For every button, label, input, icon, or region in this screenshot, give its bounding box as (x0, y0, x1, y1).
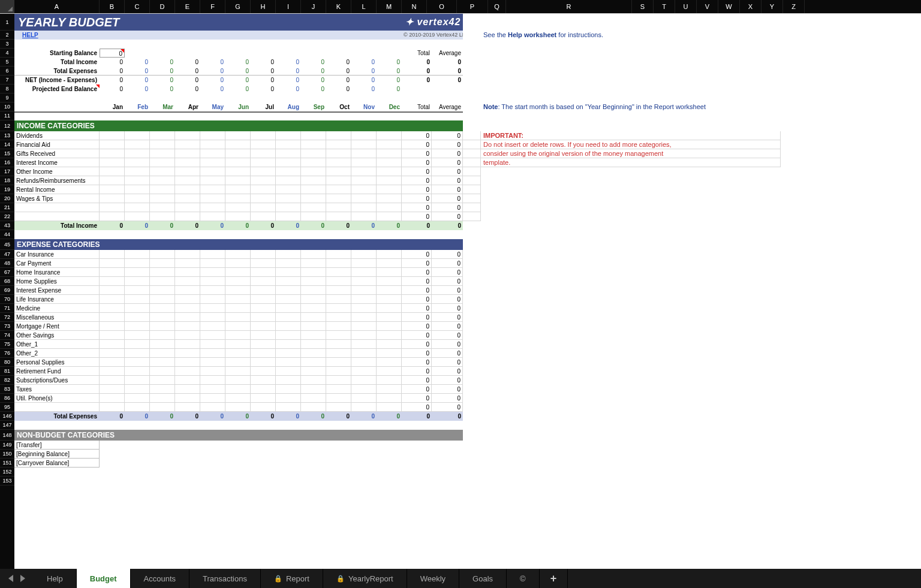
expense-item-cell[interactable] (377, 376, 402, 385)
income-item-cell[interactable] (200, 185, 225, 194)
expense-item-cell[interactable] (225, 331, 251, 340)
expense-item-cell[interactable] (377, 322, 402, 331)
row-number[interactable]: 76 (0, 349, 14, 358)
summary-value[interactable]: 0 (351, 67, 377, 76)
expense-item-cell[interactable] (225, 349, 251, 358)
summary-value[interactable]: 0 (225, 76, 251, 85)
expense-item-cell[interactable] (276, 358, 301, 367)
income-item-cell[interactable] (301, 194, 326, 203)
summary-value[interactable]: 0 (251, 58, 276, 67)
expense-item-label[interactable]: Taxes (14, 385, 100, 394)
expense-item-cell[interactable] (276, 385, 301, 394)
expense-item-cell[interactable] (100, 268, 125, 277)
expense-item-cell[interactable] (175, 250, 200, 259)
expense-item-cell[interactable] (200, 385, 225, 394)
income-item-cell[interactable] (351, 167, 377, 176)
column-header-O[interactable]: O (427, 0, 457, 13)
income-item-cell[interactable] (276, 158, 301, 167)
expense-item-cell[interactable] (351, 322, 377, 331)
expense-item-cell[interactable] (100, 394, 125, 403)
row-number[interactable]: 17 (0, 167, 14, 176)
expense-item-cell[interactable] (200, 349, 225, 358)
row-number[interactable]: 22 (0, 212, 14, 221)
row-number[interactable]: 6 (0, 67, 14, 76)
income-item-cell[interactable] (276, 212, 301, 221)
income-item-cell[interactable] (301, 140, 326, 149)
income-item-cell[interactable] (200, 158, 225, 167)
summary-value[interactable]: 0 (377, 85, 402, 94)
income-item-cell[interactable] (326, 149, 351, 158)
expense-item-cell[interactable] (200, 376, 225, 385)
row-number[interactable]: 82 (0, 376, 14, 385)
expense-item-cell[interactable] (251, 268, 276, 277)
expense-item-cell[interactable] (175, 277, 200, 286)
help-link[interactable]: HELP (16, 32, 38, 38)
select-all-corner[interactable] (0, 0, 14, 13)
summary-value[interactable]: 0 (351, 58, 377, 67)
expense-item-cell[interactable] (377, 313, 402, 322)
expense-item-cell[interactable] (150, 259, 175, 268)
income-item-cell[interactable] (175, 194, 200, 203)
summary-value[interactable]: 0 (276, 76, 301, 85)
expense-item-cell[interactable] (251, 259, 276, 268)
expense-item-cell[interactable] (326, 403, 351, 412)
summary-value[interactable]: 0 (100, 58, 125, 67)
expense-item-label[interactable]: Home Insurance (14, 268, 100, 277)
income-item-cell[interactable] (225, 176, 251, 185)
expense-item-cell[interactable] (326, 313, 351, 322)
income-item-cell[interactable] (125, 149, 150, 158)
summary-value[interactable]: 0 (175, 76, 200, 85)
expense-item-cell[interactable] (251, 250, 276, 259)
expense-item-cell[interactable] (200, 304, 225, 313)
expense-item-cell[interactable] (125, 403, 150, 412)
summary-value[interactable]: 0 (377, 76, 402, 85)
expense-item-cell[interactable] (326, 250, 351, 259)
column-header-C[interactable]: C (125, 0, 150, 13)
expense-item-cell[interactable] (301, 331, 326, 340)
expense-item-cell[interactable] (251, 403, 276, 412)
summary-value[interactable]: 0 (301, 58, 326, 67)
income-item-cell[interactable] (276, 203, 301, 212)
spreadsheet-grid[interactable]: YEARLY BUDGETvertex42HELP© 2010-2019 Ver… (14, 14, 921, 569)
expense-item-cell[interactable] (175, 259, 200, 268)
expense-item-cell[interactable] (200, 331, 225, 340)
expense-item-cell[interactable] (200, 394, 225, 403)
expense-item-cell[interactable] (225, 259, 251, 268)
expense-item-cell[interactable] (251, 277, 276, 286)
expense-item-cell[interactable] (377, 286, 402, 295)
income-item-cell[interactable] (351, 212, 377, 221)
income-item-cell[interactable] (200, 167, 225, 176)
income-item-label[interactable]: Rental Income (14, 185, 100, 194)
expense-item-cell[interactable] (200, 322, 225, 331)
expense-item-cell[interactable] (251, 394, 276, 403)
row-number[interactable]: 20 (0, 194, 14, 203)
summary-value[interactable]: 0 (301, 76, 326, 85)
income-item-cell[interactable] (326, 131, 351, 140)
income-item-cell[interactable] (276, 176, 301, 185)
expense-item-cell[interactable] (150, 286, 175, 295)
income-item-label[interactable]: Gifts Received (14, 149, 100, 158)
income-item-label[interactable]: Interest Income (14, 158, 100, 167)
row-number[interactable]: 1 (0, 14, 14, 31)
expense-item-cell[interactable] (175, 331, 200, 340)
expense-item-cell[interactable] (251, 304, 276, 313)
nonbudget-item[interactable]: [Beginning Balance] (14, 450, 100, 459)
expense-item-cell[interactable] (100, 340, 125, 349)
expense-item-cell[interactable] (251, 349, 276, 358)
income-item-cell[interactable] (125, 185, 150, 194)
row-number[interactable]: 7 (0, 76, 14, 85)
summary-value[interactable]: 0 (351, 85, 377, 94)
expense-item-cell[interactable] (251, 331, 276, 340)
income-item-cell[interactable] (150, 158, 175, 167)
expense-item-cell[interactable] (377, 259, 402, 268)
expense-item-cell[interactable] (326, 322, 351, 331)
expense-item-cell[interactable] (150, 367, 175, 376)
row-number[interactable]: 148 (0, 430, 14, 441)
expense-item-cell[interactable] (150, 394, 175, 403)
expense-item-cell[interactable] (200, 403, 225, 412)
income-item-cell[interactable] (351, 194, 377, 203)
expense-item-cell[interactable] (125, 313, 150, 322)
expense-item-cell[interactable] (377, 367, 402, 376)
income-item-cell[interactable] (326, 176, 351, 185)
row-number[interactable]: 21 (0, 203, 14, 212)
